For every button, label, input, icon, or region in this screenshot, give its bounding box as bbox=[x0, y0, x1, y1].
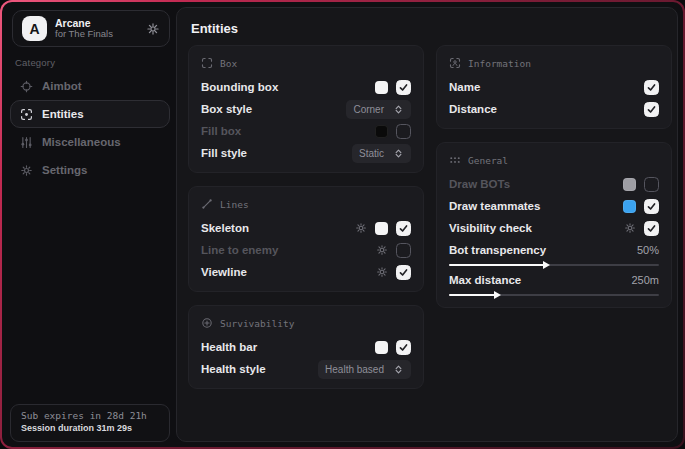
checkbox[interactable] bbox=[396, 340, 411, 355]
color-swatch[interactable] bbox=[375, 222, 388, 235]
color-swatch[interactable] bbox=[375, 341, 388, 354]
section-title: General bbox=[468, 155, 508, 166]
setting-row-line-to-enemy: Line to enemy bbox=[201, 239, 411, 261]
viewline-config-gear-icon[interactable] bbox=[376, 266, 388, 278]
setting-row-name: Name bbox=[449, 76, 659, 98]
color-swatch[interactable] bbox=[375, 81, 388, 94]
session-duration-text: Session duration 31m 29s bbox=[21, 423, 159, 433]
check-icon bbox=[399, 224, 408, 233]
checkbox[interactable] bbox=[644, 102, 659, 117]
checkbox[interactable] bbox=[396, 243, 411, 258]
sidebar-item-label: Entities bbox=[42, 108, 84, 120]
setting-label: Health bar bbox=[201, 341, 375, 353]
dropdown-value: Static bbox=[359, 148, 384, 159]
category-label: Category bbox=[15, 57, 55, 68]
check-icon bbox=[647, 105, 656, 114]
line-to-enemy-config-gear-icon[interactable] bbox=[376, 244, 388, 256]
setting-label: Fill style bbox=[201, 147, 352, 159]
slider-value: 250m bbox=[631, 274, 659, 286]
slider-fill[interactable] bbox=[449, 264, 544, 266]
max-distance-slider[interactable] bbox=[449, 294, 659, 296]
app-subtitle: for The Finals bbox=[55, 29, 138, 40]
visibility-config-gear-icon[interactable] bbox=[624, 222, 636, 234]
setting-label: Health style bbox=[201, 363, 318, 375]
setting-label: Name bbox=[449, 81, 644, 93]
checkbox[interactable] bbox=[396, 221, 411, 236]
color-swatch[interactable] bbox=[623, 178, 636, 191]
setting-row-health-style: Health style Health based bbox=[201, 358, 411, 380]
box-icon bbox=[201, 57, 213, 69]
checkbox[interactable] bbox=[396, 80, 411, 95]
survivability-section: Survivability Health bar Health style bbox=[188, 305, 424, 389]
person-scan-icon bbox=[449, 57, 461, 69]
left-column: Box Bounding box Box style bbox=[188, 45, 424, 402]
color-swatch[interactable] bbox=[375, 125, 388, 138]
check-icon bbox=[399, 343, 408, 352]
account-settings-icon[interactable] bbox=[146, 22, 160, 36]
information-section: Information Name Distance bbox=[436, 45, 672, 129]
setting-row-fill-box: Fill box bbox=[201, 120, 411, 142]
setting-label: Visibility check bbox=[449, 222, 624, 234]
checkbox[interactable] bbox=[644, 80, 659, 95]
sub-expiry-text: Sub expires in 28d 21h bbox=[21, 410, 159, 421]
sidebar-nav: Aimbot Entities Miscellaneous Settings bbox=[10, 72, 170, 184]
right-column: Information Name Distance bbox=[436, 45, 672, 321]
line-icon bbox=[201, 198, 213, 210]
setting-row-fill-style: Fill style Static bbox=[201, 142, 411, 164]
gear-icon bbox=[20, 164, 33, 177]
setting-label: Bot transpenency bbox=[449, 244, 546, 256]
sidebar-item-settings[interactable]: Settings bbox=[10, 156, 170, 184]
checkbox[interactable] bbox=[644, 221, 659, 236]
setting-label: Draw BOTs bbox=[449, 178, 623, 190]
setting-label: Distance bbox=[449, 103, 644, 115]
slider-fill[interactable] bbox=[449, 294, 495, 296]
check-icon bbox=[647, 83, 656, 92]
sidebar-item-label: Settings bbox=[42, 164, 87, 176]
health-icon bbox=[201, 317, 213, 329]
brand-card: A Arcane for The Finals bbox=[12, 10, 170, 47]
setting-label: Line to enemy bbox=[201, 244, 376, 256]
lines-section: Lines Skeleton Line to enem bbox=[188, 186, 424, 292]
color-swatch[interactable] bbox=[623, 200, 636, 213]
setting-row-bounding-box: Bounding box bbox=[201, 76, 411, 98]
section-title: Information bbox=[468, 58, 531, 69]
subscription-card: Sub expires in 28d 21h Session duration … bbox=[10, 404, 170, 442]
skeleton-config-gear-icon[interactable] bbox=[355, 222, 367, 234]
chevron-updown-icon bbox=[393, 148, 404, 159]
sliders-icon bbox=[20, 136, 33, 149]
checkbox[interactable] bbox=[644, 177, 659, 192]
checkbox[interactable] bbox=[396, 124, 411, 139]
health-style-dropdown[interactable]: Health based bbox=[318, 360, 411, 379]
bot-transparency-slider[interactable] bbox=[449, 264, 659, 266]
app-logo: A bbox=[22, 16, 47, 41]
main-panel: Entities Box Bounding box bbox=[176, 7, 678, 442]
fill-style-dropdown[interactable]: Static bbox=[352, 144, 411, 163]
section-title: Survivability bbox=[220, 318, 294, 329]
section-title: Lines bbox=[220, 199, 249, 210]
setting-row-box-style: Box style Corner bbox=[201, 98, 411, 120]
setting-row-health-bar: Health bar bbox=[201, 336, 411, 358]
sidebar-item-label: Miscellaneous bbox=[42, 136, 121, 148]
sidebar-item-entities[interactable]: Entities bbox=[10, 100, 170, 128]
chevron-updown-icon bbox=[393, 364, 404, 375]
checkbox[interactable] bbox=[396, 265, 411, 280]
crosshair-icon bbox=[20, 80, 33, 93]
sidebar-item-label: Aimbot bbox=[42, 80, 82, 92]
setting-row-viewline: Viewline bbox=[201, 261, 411, 283]
checkbox[interactable] bbox=[644, 199, 659, 214]
setting-row-draw-bots: Draw BOTs bbox=[449, 173, 659, 195]
box-style-dropdown[interactable]: Corner bbox=[346, 100, 411, 119]
setting-label: Fill box bbox=[201, 125, 375, 137]
sidebar-item-aimbot[interactable]: Aimbot bbox=[10, 72, 170, 100]
sidebar-item-miscellaneous[interactable]: Miscellaneous bbox=[10, 128, 170, 156]
sidebar: A Arcane for The Finals Category Aimbot bbox=[2, 2, 177, 447]
setting-row-skeleton: Skeleton bbox=[201, 217, 411, 239]
setting-label: Box style bbox=[201, 103, 346, 115]
general-section: General Draw BOTs Draw teammates bbox=[436, 142, 672, 308]
check-icon bbox=[647, 202, 656, 211]
section-title: Box bbox=[220, 58, 237, 69]
grid-dots-icon bbox=[449, 154, 461, 166]
check-icon bbox=[647, 224, 656, 233]
setting-label: Viewline bbox=[201, 266, 376, 278]
setting-row-max-distance: Max distance 250m bbox=[449, 269, 659, 299]
